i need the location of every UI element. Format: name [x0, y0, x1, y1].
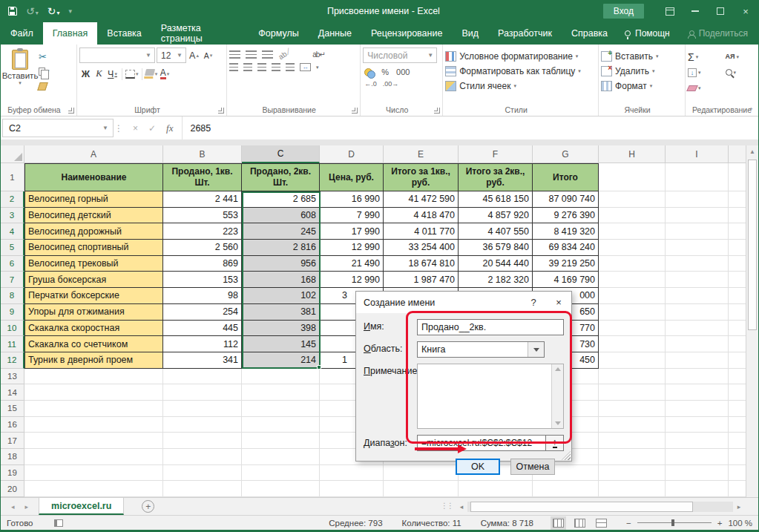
row-header-15[interactable]: 15 — [1, 401, 24, 417]
cell-D7[interactable]: 12 990 — [320, 272, 384, 288]
cell-J7[interactable] — [729, 272, 747, 288]
grow-font-button[interactable]: А▴ — [188, 48, 200, 62]
cell-J4[interactable] — [729, 223, 747, 240]
cell-J19[interactable] — [729, 465, 747, 482]
row-header-6[interactable]: 6 — [1, 256, 24, 272]
note-textarea[interactable] — [417, 364, 564, 429]
cell-H3[interactable] — [599, 208, 666, 224]
font-name-combo[interactable]: ▼ — [79, 47, 155, 63]
increase-decimal-icon[interactable]: ←.0 — [364, 80, 377, 88]
shrink-font-button[interactable]: А▾ — [202, 48, 214, 62]
format-painter-button[interactable] — [39, 80, 50, 92]
autosum-button[interactable]: Σ▾ — [688, 50, 718, 63]
cell-C16[interactable] — [242, 417, 320, 433]
comma-style-icon[interactable]: 000 — [396, 68, 410, 76]
maximize-button[interactable] — [708, 0, 733, 22]
cell-D6[interactable]: 21 490 — [320, 256, 384, 272]
cell-J11[interactable] — [729, 336, 747, 352]
cell-G5[interactable]: 69 834 240 — [533, 240, 599, 256]
cell-I3[interactable] — [666, 208, 729, 224]
cell-C13[interactable] — [242, 369, 320, 385]
copy-button[interactable]: ▾ — [39, 65, 50, 77]
normal-view-icon[interactable] — [553, 519, 564, 528]
cell-I1[interactable] — [666, 163, 729, 191]
cell-A13[interactable] — [24, 369, 163, 385]
range-input[interactable]: =microexcel.ru!$C$2:$C$12 — [417, 435, 546, 451]
row-header-4[interactable]: 4 — [1, 223, 24, 240]
cell-H8[interactable] — [599, 288, 666, 304]
ribbon-tab-Вид[interactable]: Вид — [452, 22, 488, 45]
cell-I5[interactable] — [666, 240, 729, 256]
number-format-combo[interactable]: Числовой▼ — [363, 47, 437, 63]
cell-C17[interactable] — [242, 433, 320, 449]
new-sheet-button[interactable]: + — [142, 500, 154, 513]
cell-H5[interactable] — [599, 240, 666, 256]
row-header-19[interactable]: 19 — [1, 465, 24, 482]
row-header-7[interactable]: 7 — [1, 272, 24, 288]
cell-J16[interactable] — [729, 417, 747, 433]
increase-indent-icon[interactable] — [286, 63, 295, 71]
ribbon-tab-Вставка[interactable]: Вставка — [97, 22, 151, 45]
clear-button[interactable]: ▾ — [688, 82, 718, 94]
save-icon[interactable] — [8, 7, 17, 16]
format-cells-button[interactable]: Формат▾ — [601, 79, 683, 93]
cell-I8[interactable] — [666, 288, 729, 304]
col-header-I[interactable]: I — [666, 145, 729, 163]
ribbon-tab-Файл[interactable]: Файл — [1, 22, 43, 45]
cell-A6[interactable]: Велосипед трековый — [24, 256, 163, 272]
cell-B11[interactable]: 112 — [163, 336, 242, 352]
cell-E3[interactable]: 4 418 470 — [384, 208, 459, 224]
wrap-text-icon[interactable]: ab↵ — [312, 50, 325, 59]
cell-I14[interactable] — [666, 384, 729, 401]
cell-A5[interactable]: Велосипед спортивный — [24, 240, 163, 256]
cell-J2[interactable] — [729, 191, 747, 208]
cell-C2[interactable]: 2 685 — [242, 191, 320, 208]
cell-C5[interactable]: 2 816 — [242, 240, 320, 256]
insert-function-icon[interactable]: fx — [166, 122, 173, 134]
cell-B19[interactable] — [163, 465, 242, 482]
cell-C4[interactable]: 245 — [242, 223, 320, 240]
ribbon-display-options-button[interactable] — [657, 0, 683, 22]
cut-button[interactable]: ✂ — [39, 50, 50, 62]
cell-G4[interactable]: 8 419 320 — [533, 223, 599, 240]
paste-button[interactable]: Вставить ▾ — [3, 47, 37, 95]
cell-I6[interactable] — [666, 256, 729, 272]
tell-me-helper[interactable]: Помощн — [617, 22, 677, 45]
cell-B20[interactable] — [163, 481, 242, 497]
cell-B18[interactable] — [163, 449, 242, 465]
cell-F6[interactable]: 20 544 440 — [459, 256, 533, 272]
cell-I13[interactable] — [666, 369, 729, 385]
row-header-1[interactable]: 1 — [1, 163, 24, 191]
row-header-18[interactable]: 18 — [1, 449, 24, 465]
name-box-splitter[interactable]: ⋮ — [114, 116, 124, 139]
cell-I18[interactable] — [666, 449, 729, 465]
cell-E5[interactable]: 33 254 400 — [384, 240, 459, 256]
decrease-indent-icon[interactable] — [272, 63, 280, 71]
row-header-16[interactable]: 16 — [1, 417, 24, 433]
cell-E7[interactable]: 1 987 470 — [384, 272, 459, 288]
cell-I11[interactable] — [666, 336, 729, 352]
sort-filter-button[interactable]: АЯ▾ — [726, 50, 757, 63]
fill-color-button[interactable]: ▾ — [145, 67, 158, 81]
cell-B3[interactable]: 553 — [163, 208, 242, 224]
cell-A16[interactable] — [24, 417, 163, 433]
cell-D5[interactable]: 12 990 — [320, 240, 384, 256]
cell-I20[interactable] — [666, 481, 729, 497]
row-header-8[interactable]: 8 — [1, 288, 24, 304]
italic-button[interactable]: К — [93, 67, 105, 81]
cell-A18[interactable] — [24, 449, 163, 465]
cell-I19[interactable] — [666, 465, 729, 482]
dialog-close-button[interactable]: × — [546, 292, 571, 313]
cell-F2[interactable]: 45 618 150 — [459, 191, 533, 208]
cell-C15[interactable] — [242, 401, 320, 417]
cell-J15[interactable] — [729, 401, 747, 417]
font-dialog-launcher-icon[interactable] — [218, 108, 224, 114]
cell-H16[interactable] — [599, 417, 666, 433]
cell-B7[interactable]: 153 — [163, 272, 242, 288]
cell-J1[interactable] — [729, 163, 747, 191]
cell-C1[interactable]: Продано, 2кв. Шт. — [242, 163, 320, 191]
cell-I4[interactable] — [666, 223, 729, 240]
cell-H7[interactable] — [599, 272, 666, 288]
cell-H12[interactable] — [599, 352, 666, 369]
col-header-E[interactable]: E — [384, 145, 459, 163]
